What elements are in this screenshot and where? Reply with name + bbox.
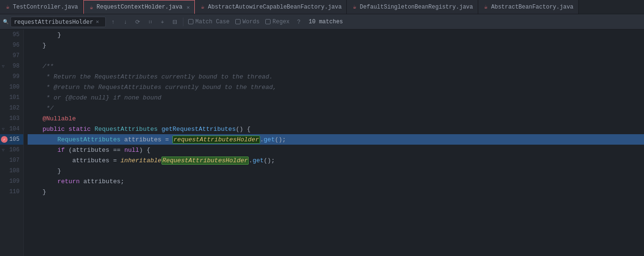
tab-bar: ☕ TestController.java ☕ RequestContextHo… xyxy=(0,0,644,14)
tab-label: AbstractBeanFactory.java xyxy=(491,4,574,10)
java-icon: ☕ xyxy=(5,4,10,10)
line-number-99: 99 xyxy=(0,71,23,82)
line-number-107: 107 xyxy=(0,155,23,166)
line-number-101: 101 xyxy=(0,92,23,103)
tab-abstractbeanfactory[interactable]: ☕ AbstractBeanFactory.java xyxy=(478,0,579,14)
match-count: 10 matches xyxy=(309,19,343,25)
search-input-wrapper[interactable]: requestAttributesHolder ✕ xyxy=(10,17,106,27)
code-line-107: attributes = inheritableRequestAttribute… xyxy=(28,155,644,166)
code-line-105: RequestAttributes attributes = requestAt… xyxy=(28,134,644,145)
code-line-97 xyxy=(28,50,644,61)
match-case-label: Match Case xyxy=(195,19,230,25)
line-gutter: 95 96 97 ▽ 98 99 100 101 102 103 ▽ 104 ✓… xyxy=(0,30,24,256)
line-number-98: ▽ 98 xyxy=(0,61,23,71)
separator xyxy=(183,18,183,26)
line-number-105: ✓ 105 xyxy=(0,134,23,145)
code-line-103: @Nullable xyxy=(28,113,644,124)
tab-label: TestController.java xyxy=(13,4,78,10)
java-icon: ☕ xyxy=(483,4,489,10)
code-line-99: * Return the RequestAttributes currently… xyxy=(28,71,644,82)
line-number-109: 109 xyxy=(0,176,23,187)
search-history-button[interactable]: ⟳ xyxy=(132,17,143,27)
tab-abstractautowire[interactable]: ☕ AbstractAutowireCapableBeanFactory.jav… xyxy=(195,0,347,14)
search-filter-button[interactable]: ⊟ xyxy=(170,17,180,27)
code-line-95: } xyxy=(28,30,644,40)
words-option[interactable]: Words xyxy=(233,18,262,26)
search-prev-button[interactable]: ↑ xyxy=(108,17,118,27)
tab-label: AbstractAutowireCapableBeanFactory.java xyxy=(208,4,342,10)
line-number-108: 108 xyxy=(0,166,23,176)
match-case-checkbox[interactable] xyxy=(188,19,193,24)
line-number-110: 110 xyxy=(0,187,23,197)
code-line-110: } xyxy=(28,187,644,197)
java-icon: ☕ xyxy=(352,4,357,10)
code-line-104: public static RequestAttributes getReque… xyxy=(28,124,644,134)
code-area: 95 96 97 ▽ 98 99 100 101 102 103 ▽ 104 ✓… xyxy=(0,30,644,256)
tab-label: DefaultSingletonBeanRegistry.java xyxy=(360,4,473,10)
java-icon: ☕ xyxy=(200,4,205,10)
tab-testcontroller[interactable]: ☕ TestController.java xyxy=(0,0,83,14)
line-number-102: 102 xyxy=(0,103,23,113)
words-checkbox[interactable] xyxy=(235,19,241,24)
tab-close-button[interactable]: ✕ xyxy=(187,4,190,10)
code-line-98: /** xyxy=(28,61,644,71)
code-line-100: * @return the RequestAttributes currentl… xyxy=(28,82,644,92)
search-bar: 🔍 requestAttributesHolder ✕ ↑ ↓ ⟳ ↕I ↕ ⊟… xyxy=(0,14,644,30)
line-number-106: ▽ 106 xyxy=(0,145,23,155)
breakpoint-105[interactable]: ✓ xyxy=(1,136,8,143)
tab-defaultsingleton[interactable]: ☕ DefaultSingletonBeanRegistry.java xyxy=(347,0,478,14)
line-number-103: 103 xyxy=(0,113,23,124)
match-case-option[interactable]: Match Case xyxy=(186,18,231,26)
search-next-button[interactable]: ↓ xyxy=(120,17,131,27)
fold-icon-106[interactable]: ▽ xyxy=(2,148,4,153)
code-line-96: } xyxy=(28,40,644,50)
words-label: Words xyxy=(242,19,260,25)
search-icon: 🔍 xyxy=(3,19,9,25)
line-number-95: 95 xyxy=(0,30,23,40)
fold-icon-104[interactable]: ▽ xyxy=(2,127,4,132)
java-icon: ☕ xyxy=(89,4,94,10)
code-line-109: return attributes; xyxy=(28,176,644,187)
code-content: } } /** * Return the RequestAttributes c… xyxy=(24,30,644,256)
line-number-97: 97 xyxy=(0,50,23,61)
tab-label: RequestContextHolder.java xyxy=(97,4,182,10)
regex-checkbox[interactable] xyxy=(265,19,271,24)
tab-requestcontextholder[interactable]: ☕ RequestContextHolder.java ✕ xyxy=(83,0,195,14)
search-extra2-button[interactable]: ↕ xyxy=(157,17,168,27)
line-number-104: ▽ 104 xyxy=(0,124,23,134)
fold-icon[interactable]: ▽ xyxy=(2,64,4,69)
search-clear-button[interactable]: ✕ xyxy=(96,19,99,25)
code-line-106: if (attributes == null) { xyxy=(28,145,644,155)
search-extra1-button[interactable]: ↕I xyxy=(145,17,155,27)
regex-label: Regex xyxy=(272,19,290,25)
search-help-button[interactable]: ? xyxy=(293,17,304,27)
search-query: requestAttributesHolder xyxy=(14,19,93,25)
code-line-102: */ xyxy=(28,103,644,113)
code-line-101: * or {@code null} if none bound xyxy=(28,92,644,103)
line-number-100: 100 xyxy=(0,82,23,92)
line-number-96: 96 xyxy=(0,40,23,50)
code-line-108: } xyxy=(28,166,644,176)
regex-option[interactable]: Regex xyxy=(263,18,292,26)
